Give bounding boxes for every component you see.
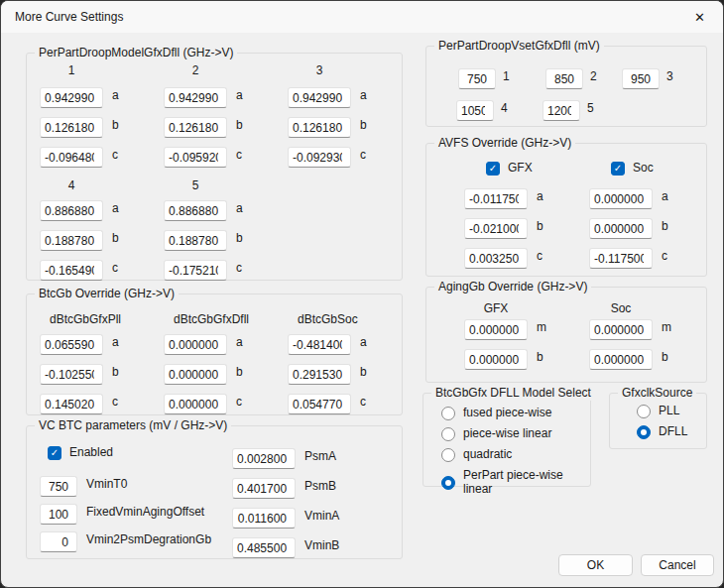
coef-label-a: a [236,88,243,102]
vcbtc-enabled-checkbox[interactable]: Enabled [48,446,113,460]
coef-label-c: c [236,261,242,275]
avfs-soc-a-input[interactable] [589,188,653,209]
vcbtc-psmb-input[interactable] [232,478,296,499]
perpart-col3-header: 3 [288,63,351,77]
close-button[interactable]: ✕ [677,2,722,32]
perpart-5-a-input[interactable] [164,200,227,221]
vset-2-input[interactable] [545,68,583,89]
btcgb-gfxpll-b-input[interactable] [40,364,103,385]
cancel-button[interactable]: Cancel [641,554,714,576]
vcbtc-vmin2psmdegrationgb-input[interactable] [40,531,77,552]
vcbtc-psmb-label: PsmB [304,479,336,493]
btcgb-soc-a-input[interactable] [288,334,351,355]
radio-pll-label: PLL [659,404,679,417]
avfs-gfx-b-input[interactable] [464,218,528,239]
vset-4-input[interactable] [456,100,494,121]
coef-label-a: a [360,335,367,349]
vset-3-input[interactable] [622,68,660,89]
perpart-4-c-input[interactable] [40,260,103,281]
avfs-soc-checkbox[interactable]: Soc [611,162,654,176]
btcgb-soc-b-input[interactable] [288,364,351,385]
coef-label-b: b [112,365,119,379]
more-curve-settings-dialog: More Curve Settings ✕ PerPartDroopModelG… [0,0,724,588]
perpart-2-a-input[interactable] [164,87,227,108]
close-icon: ✕ [694,10,705,25]
group-perpart-droop-vset-title: PerPartDroopVsetGfxDfll (mV) [434,39,604,54]
btcgb-gfxpll-a-input[interactable] [40,334,103,355]
radio-quadratic-label: quadratic [463,447,512,461]
vcbtc-vminb-input[interactable] [232,537,296,558]
perpart-2-b-input[interactable] [164,117,227,138]
radio-piece-wise-linear[interactable]: piece-wise linear [441,427,551,441]
vcbtc-vmina-input[interactable] [232,508,296,529]
coef-label-b: b [112,118,119,132]
group-btcgb-override: BtcGb Override (GHz->V) dBtcGbGfxPll a b… [26,294,403,415]
avfs-soc-c-input[interactable] [589,248,653,269]
aging-gfx-m-input[interactable] [464,319,528,340]
coef-label-c: c [112,261,118,275]
group-avfs-override-title: AVFS Override (GHz->V) [434,136,575,151]
aging-soc-b-input[interactable] [589,349,653,370]
coef-label-a: a [112,88,119,102]
radio-quadratic[interactable]: quadratic [441,448,512,462]
perpart-5-b-input[interactable] [164,230,227,251]
aging-gfx-b-input[interactable] [464,349,528,370]
avfs-gfx-c-input[interactable] [464,248,528,269]
vcbtc-vmina-label: VminA [304,509,339,523]
radio-fused-piece-wise[interactable]: fused piece-wise [441,407,551,420]
coef-label-c: c [236,148,242,162]
perpart-1-b-input[interactable] [40,117,103,138]
perpart-3-b-input[interactable] [288,117,351,138]
group-aginggb-override-title: AgingGb Override (GHz->V) [434,280,591,294]
vset-1-input[interactable] [458,68,496,89]
perpart-5-c-input[interactable] [164,260,227,281]
vset-5-input[interactable] [543,100,580,121]
vcbtc-psma-input[interactable] [232,448,296,469]
btcgb-col3-header: dBtcGbSoc [298,312,358,326]
btcgb-gfxdfll-a-input[interactable] [164,334,227,355]
coef-label-a: a [537,189,543,203]
perpart-2-c-input[interactable] [164,147,227,168]
avfs-soc-label: Soc [633,161,654,175]
btcgb-soc-c-input[interactable] [288,394,351,414]
radio-icon [637,405,651,418]
btcgb-col1-header: dBtcGbGfxPll [50,312,121,326]
avfs-soc-b-input[interactable] [589,218,653,239]
avfs-gfx-a-input[interactable] [464,188,528,209]
coef-label-a: a [662,189,668,203]
coef-label-a: a [236,201,243,215]
checkbox-icon [611,162,625,176]
btcgb-gfxdfll-c-input[interactable] [164,394,227,414]
perpart-4-a-input[interactable] [40,200,103,221]
aging-gfx-header: GFX [464,301,528,315]
coef-label-b: b [236,365,243,379]
perpart-1-a-input[interactable] [40,87,103,108]
perpart-1-c-input[interactable] [40,147,103,168]
perpart-col4-header: 4 [40,178,103,192]
radio-icon [441,448,455,462]
vcbtc-fixedvminagingoffset-input[interactable] [40,504,77,525]
avfs-gfx-checkbox[interactable]: GFX [486,162,533,176]
vcbtc-fixedvminagingoffset-label: FixedVminAgingOffset [86,505,204,519]
vcbtc-vminb-label: VminB [304,538,339,552]
aging-soc-m-input[interactable] [589,319,653,340]
radio-pll[interactable]: PLL [637,405,679,418]
coef-label-c: c [537,249,543,263]
radio-perpart-piece-wise-linear[interactable]: PerPart piece-wise linear [441,469,590,497]
coef-label-b: b [360,118,367,132]
coef-label-c: c [360,395,366,409]
perpart-4-b-input[interactable] [40,230,103,251]
perpart-3-c-input[interactable] [288,147,351,168]
ok-button[interactable]: OK [558,554,633,576]
vcbtc-vmint0-input[interactable] [40,476,77,497]
btcgb-gfxpll-c-input[interactable] [40,394,103,414]
radio-dfll[interactable]: DFLL [637,425,687,439]
vcbtc-vmin2psmdegrationgb-label: Vmin2PsmDegrationGb [86,532,211,546]
coef-label-b: b [360,365,367,379]
btcgb-gfxdfll-b-input[interactable] [164,364,227,385]
radio-dfll-label: DFLL [659,424,687,438]
perpart-3-a-input[interactable] [288,87,351,108]
coef-label-c: c [112,395,118,409]
coef-label-b: b [662,219,668,233]
coef-label-a: a [112,201,119,215]
